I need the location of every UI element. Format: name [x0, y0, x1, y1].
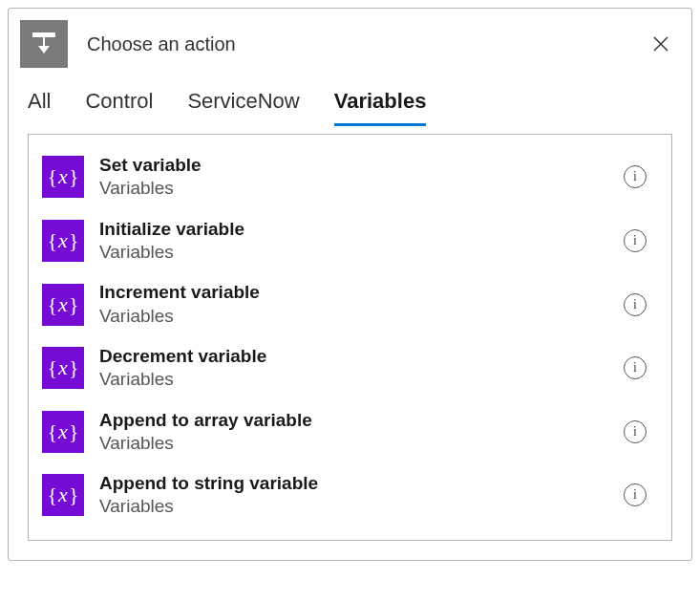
- action-subtitle: Variables: [99, 432, 608, 455]
- action-subtitle: Variables: [99, 368, 608, 391]
- info-button[interactable]: i: [624, 420, 647, 443]
- action-text: Decrement variable Variables: [99, 345, 608, 392]
- variables-icon: x: [42, 156, 84, 198]
- action-title: Set variable: [99, 154, 608, 177]
- tab-variables[interactable]: Variables: [334, 89, 427, 126]
- variables-icon: x: [42, 411, 84, 453]
- action-text: Append to string variable Variables: [99, 472, 608, 519]
- action-subtitle: Variables: [99, 495, 608, 518]
- action-append-array-variable[interactable]: x Append to array variable Variables i: [42, 401, 658, 465]
- variables-icon: x: [42, 284, 84, 326]
- tab-control[interactable]: Control: [85, 89, 153, 126]
- action-set-variable[interactable]: x Set variable Variables i: [42, 146, 658, 210]
- info-button[interactable]: i: [624, 293, 647, 316]
- close-icon: [651, 34, 670, 54]
- variables-icon: x: [42, 347, 84, 389]
- action-text: Set variable Variables: [99, 154, 608, 201]
- tab-servicenow[interactable]: ServiceNow: [187, 89, 299, 126]
- tab-all[interactable]: All: [28, 89, 51, 126]
- action-title: Increment variable: [99, 281, 608, 304]
- action-title: Append to string variable: [99, 472, 608, 495]
- action-append-string-variable[interactable]: x Append to string variable Variables i: [42, 464, 658, 528]
- action-title: Decrement variable: [99, 345, 608, 368]
- actions-list: x Set variable Variables i x Initialize …: [28, 134, 672, 541]
- svg-rect-0: [32, 32, 55, 37]
- svg-marker-2: [38, 46, 50, 54]
- choose-action-dialog: Choose an action All Control ServiceNow …: [8, 8, 692, 561]
- action-increment-variable[interactable]: x Increment variable Variables i: [42, 273, 658, 337]
- action-initialize-variable[interactable]: x Initialize variable Variables i: [42, 210, 658, 274]
- action-header-icon: [20, 20, 68, 68]
- action-decrement-variable[interactable]: x Decrement variable Variables i: [42, 337, 658, 401]
- action-subtitle: Variables: [99, 305, 608, 328]
- action-title: Append to array variable: [99, 409, 608, 432]
- info-button[interactable]: i: [624, 165, 647, 188]
- action-text: Append to array variable Variables: [99, 409, 608, 456]
- info-button[interactable]: i: [624, 483, 647, 506]
- action-title: Initialize variable: [99, 218, 608, 241]
- action-subtitle: Variables: [99, 241, 608, 264]
- variables-icon: x: [42, 220, 84, 262]
- tab-bar: All Control ServiceNow Variables: [9, 75, 691, 126]
- info-button[interactable]: i: [624, 229, 647, 252]
- action-text: Initialize variable Variables: [99, 218, 608, 265]
- variables-icon: x: [42, 474, 84, 516]
- action-text: Increment variable Variables: [99, 281, 608, 328]
- dialog-title: Choose an action: [87, 33, 626, 55]
- action-subtitle: Variables: [99, 177, 608, 200]
- dialog-header: Choose an action: [9, 9, 691, 75]
- close-button[interactable]: [646, 29, 676, 59]
- info-button[interactable]: i: [624, 356, 647, 379]
